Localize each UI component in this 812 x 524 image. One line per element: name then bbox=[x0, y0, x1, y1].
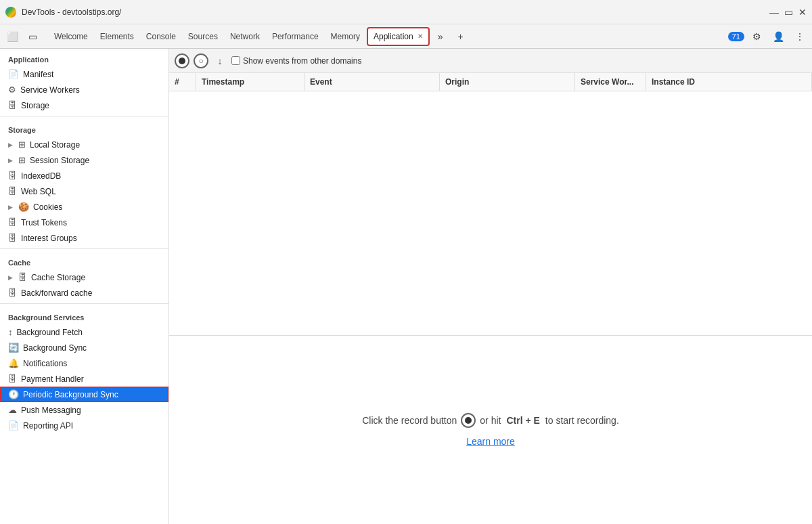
more-options-button[interactable]: ⋮ bbox=[790, 27, 809, 46]
col-timestamp: Timestamp bbox=[196, 73, 304, 91]
tab-welcome[interactable]: Welcome bbox=[49, 27, 93, 46]
bottom-message: Click the record button or hit Ctrl + E … bbox=[169, 336, 812, 524]
tab-network[interactable]: Network bbox=[225, 27, 265, 46]
trust-tokens-icon: 🗄 bbox=[8, 217, 17, 227]
minimize-button[interactable]: ― bbox=[769, 7, 779, 18]
col-instance-id: Instance ID bbox=[646, 73, 812, 91]
main-layout: Application 📄 Manifest ⚙ Service Workers… bbox=[0, 49, 812, 524]
notification-badge: 71 bbox=[728, 32, 744, 41]
push-messaging-icon: ☁ bbox=[8, 405, 17, 415]
tab-more-button[interactable]: » bbox=[431, 27, 450, 46]
restore-button[interactable]: ▭ bbox=[784, 7, 793, 18]
sidebar: Application 📄 Manifest ⚙ Service Workers… bbox=[0, 49, 169, 524]
sidebar-item-payment-handler[interactable]: 🗄 Payment Handler bbox=[0, 371, 168, 387]
tab-elements[interactable]: Elements bbox=[95, 27, 139, 46]
sidebar-item-manifest[interactable]: 📄 Manifest bbox=[0, 66, 168, 82]
sidebar-item-background-sync[interactable]: 🔄 Background Sync bbox=[0, 340, 168, 355]
sidebar-item-web-sql[interactable]: 🗄 Web SQL bbox=[0, 183, 168, 199]
sidebar-divider-2 bbox=[0, 248, 168, 249]
devtools-icon bbox=[5, 7, 16, 18]
record-inline-icon bbox=[461, 413, 476, 428]
col-service-worker: Service Wor... bbox=[575, 73, 646, 91]
sidebar-item-interest-groups[interactable]: 🗄 Interest Groups bbox=[0, 230, 168, 246]
sidebar-item-session-storage[interactable]: ▶ ⊞ Session Storage bbox=[0, 152, 168, 168]
session-storage-icon: ⊞ bbox=[18, 155, 26, 165]
sidebar-item-trust-tokens[interactable]: 🗄 Trust Tokens bbox=[0, 215, 168, 230]
notifications-icon: 🔔 bbox=[8, 358, 19, 368]
indexeddb-icon: 🗄 bbox=[8, 171, 17, 181]
tab-bar: ⬜ ▭ Welcome Elements Console Sources Net… bbox=[0, 24, 812, 49]
tab-controls: 71 ⚙ 👤 ⋮ bbox=[728, 27, 809, 46]
payment-handler-icon: 🗄 bbox=[8, 374, 17, 384]
expand-icon-session-storage: ▶ bbox=[8, 157, 13, 164]
web-sql-icon: 🗄 bbox=[8, 186, 17, 196]
local-storage-icon: ⊞ bbox=[18, 139, 26, 150]
learn-more-link[interactable]: Learn more bbox=[466, 436, 515, 447]
storage-icon: 🗄 bbox=[8, 100, 17, 110]
devtools-sidebar-icons: ⬜ ▭ bbox=[3, 27, 42, 46]
record-button[interactable] bbox=[175, 53, 189, 68]
record-instruction: Click the record button or hit Ctrl + E … bbox=[362, 413, 619, 428]
tab-console[interactable]: Console bbox=[141, 27, 181, 46]
settings-button[interactable]: ⚙ bbox=[747, 27, 766, 46]
expand-icon-local-storage: ▶ bbox=[8, 141, 13, 148]
sidebar-item-reporting-api[interactable]: 📄 Reporting API bbox=[0, 418, 168, 433]
sidebar-item-storage[interactable]: 🗄 Storage bbox=[0, 97, 168, 113]
reporting-api-icon: 📄 bbox=[8, 420, 19, 431]
sidebar-section-cache: Cache bbox=[0, 252, 168, 269]
sidebar-item-cache-storage[interactable]: ▶ 🗄 Cache Storage bbox=[0, 269, 168, 285]
toolbar: ○ ↓ Show events from other domains bbox=[169, 49, 812, 73]
device-toolbar-button[interactable]: ▭ bbox=[23, 27, 42, 46]
content-area: ○ ↓ Show events from other domains # Tim… bbox=[169, 49, 812, 524]
sidebar-item-local-storage[interactable]: ▶ ⊞ Local Storage bbox=[0, 137, 168, 152]
sidebar-divider-1 bbox=[0, 116, 168, 116]
sidebar-item-periodic-background-sync[interactable]: 🕐 Periodic Background Sync bbox=[0, 387, 168, 402]
tab-add-button[interactable]: + bbox=[451, 27, 470, 46]
title-bar: DevTools - devtoolstips.org/ ― ▭ ✕ bbox=[0, 0, 812, 24]
clear-button[interactable]: ↓ bbox=[212, 53, 227, 68]
manifest-icon: 📄 bbox=[8, 69, 19, 79]
sidebar-item-background-fetch[interactable]: ↕ Background Fetch bbox=[0, 324, 168, 340]
tab-application-close[interactable]: ✕ bbox=[418, 32, 423, 40]
sidebar-section-storage: Storage bbox=[0, 119, 168, 137]
sidebar-section-background-services: Background Services bbox=[0, 307, 168, 324]
background-sync-icon: 🔄 bbox=[8, 343, 19, 353]
show-events-checkbox-label[interactable]: Show events from other domains bbox=[231, 56, 361, 66]
window-title: DevTools - devtoolstips.org/ bbox=[22, 7, 121, 17]
window-controls: ― ▭ ✕ bbox=[769, 7, 807, 18]
profiles-button[interactable]: 👤 bbox=[769, 27, 788, 46]
sidebar-divider-3 bbox=[0, 303, 168, 304]
sidebar-item-service-workers[interactable]: ⚙ Service Workers bbox=[0, 82, 168, 97]
toggle-drawer-button[interactable]: ⬜ bbox=[3, 27, 22, 46]
back-forward-cache-icon: 🗄 bbox=[8, 288, 17, 298]
sidebar-section-application: Application bbox=[0, 49, 168, 66]
sidebar-item-push-messaging[interactable]: ☁ Push Messaging bbox=[0, 402, 168, 418]
periodic-background-sync-icon: 🕐 bbox=[8, 389, 19, 399]
interest-groups-icon: 🗄 bbox=[8, 233, 17, 243]
sidebar-item-indexeddb[interactable]: 🗄 IndexedDB bbox=[0, 168, 168, 183]
cookies-icon: 🍪 bbox=[18, 202, 29, 212]
table-body bbox=[169, 91, 812, 335]
tab-application-active[interactable]: Application ✕ bbox=[367, 27, 430, 46]
col-number: # bbox=[169, 73, 196, 91]
col-origin: Origin bbox=[440, 73, 575, 91]
record-button-inner bbox=[179, 58, 185, 64]
sidebar-item-back-forward-cache[interactable]: 🗄 Back/forward cache bbox=[0, 285, 168, 301]
cache-storage-icon: 🗄 bbox=[18, 272, 27, 282]
sidebar-item-notifications[interactable]: 🔔 Notifications bbox=[0, 355, 168, 371]
table-header: # Timestamp Event Origin Service Wor... … bbox=[169, 73, 812, 91]
tab-memory[interactable]: Memory bbox=[325, 27, 365, 46]
close-button[interactable]: ✕ bbox=[798, 7, 807, 18]
record-inline-inner bbox=[465, 417, 472, 424]
expand-icon-cache-storage: ▶ bbox=[8, 274, 13, 281]
table-and-message: Click the record button or hit Ctrl + E … bbox=[169, 91, 812, 524]
sidebar-item-cookies[interactable]: ▶ 🍪 Cookies bbox=[0, 199, 168, 215]
show-events-checkbox[interactable] bbox=[231, 56, 240, 65]
expand-icon-cookies: ▶ bbox=[8, 204, 13, 211]
background-fetch-icon: ↕ bbox=[8, 327, 13, 337]
service-workers-icon: ⚙ bbox=[8, 85, 16, 95]
stop-icon: ○ bbox=[198, 56, 203, 66]
stop-button[interactable]: ○ bbox=[194, 53, 208, 68]
tab-sources[interactable]: Sources bbox=[183, 27, 223, 46]
tab-performance[interactable]: Performance bbox=[267, 27, 324, 46]
